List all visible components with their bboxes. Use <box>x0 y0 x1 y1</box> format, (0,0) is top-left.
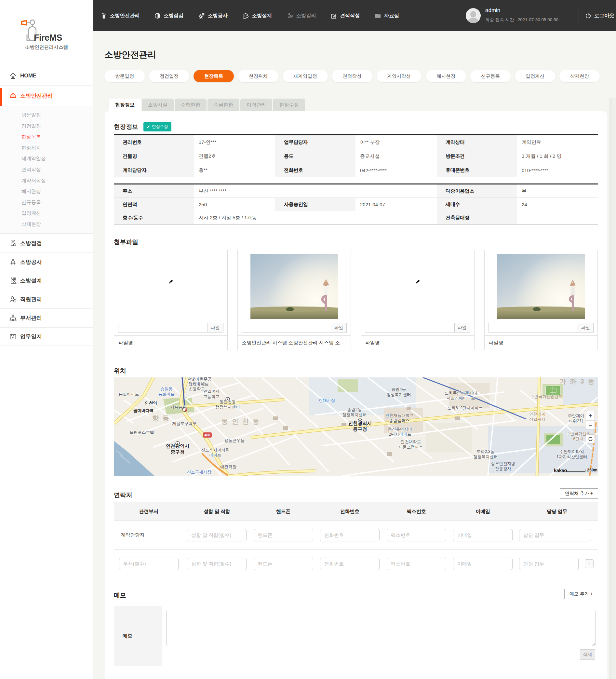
topbar-item-supervision[interactable]: 소방감리 <box>279 0 323 31</box>
pill-button[interactable]: 점검일정 <box>149 70 189 82</box>
attachment-filename: 소방안전관리 시스템 소방안전관리 시스템 소방안전관리 시스템 소방안전관리 … <box>237 335 351 350</box>
sidebar-item-design-label: 소방설계 <box>20 277 42 284</box>
memo-add-button[interactable]: 메모 추가 + <box>564 589 598 599</box>
sidebar-item-home[interactable]: HOME <box>0 66 93 85</box>
sidebar-submenu-item[interactable]: 신규등록 <box>0 197 93 208</box>
folder-icon <box>375 13 381 19</box>
sidebar-submenu-item[interactable]: 점검일정 <box>0 120 93 131</box>
info-label: 관리번호 <box>114 135 194 149</box>
info-value: 250 <box>194 198 275 211</box>
tab[interactable]: 현장수정 <box>273 99 305 111</box>
pill-button[interactable]: 현장목록 <box>194 70 234 82</box>
sidebar-submenu-item[interactable]: 삭제현장 <box>0 219 93 230</box>
map-zoom-control: + − <box>586 411 595 430</box>
fire-extinguisher-icon <box>101 12 107 19</box>
file-input[interactable] <box>365 323 455 332</box>
sidebar-item-employees[interactable]: 직원관리 <box>0 290 93 309</box>
sidebar-submenu-item[interactable]: 재계약일정 <box>0 153 93 164</box>
svg-text:400: 400 <box>205 433 210 437</box>
file-button[interactable]: 파일 <box>578 323 593 332</box>
sidebar-item-departments[interactable]: 부서관리 <box>0 309 93 327</box>
contact-phone-input[interactable] <box>320 529 380 541</box>
pill-button[interactable]: 재계약일정 <box>283 70 328 82</box>
map-label: 애관극장 <box>220 464 236 470</box>
map-refresh-button[interactable] <box>586 434 595 444</box>
sidebar-submenu-item[interactable]: 현장목록 <box>0 131 93 142</box>
location-map[interactable]: 400 동일아파트송월동 동화마을인천송월 초등학교인일여자 고등학교동인천동 … <box>114 378 598 476</box>
contact-duty-input[interactable] <box>519 529 591 541</box>
contact-name-input[interactable] <box>187 558 246 570</box>
topbar: 소방안전관리 소방점검 소방공사 <box>93 0 616 31</box>
topbar-item-construction[interactable]: 소방공사 <box>191 0 235 31</box>
resize-handle-icon[interactable] <box>592 643 595 646</box>
sidebar-item-inspection[interactable]: 소방점검 <box>0 234 93 253</box>
topbar-item-design[interactable]: 소방설계 <box>235 0 279 31</box>
sidebar-submenu-item[interactable]: 현장위치 <box>0 142 93 153</box>
sidebar-item-construction[interactable]: 소방공사 <box>0 253 93 271</box>
file-input[interactable] <box>118 323 208 332</box>
pill-button[interactable]: 현장위치 <box>238 70 278 82</box>
contact-name-input[interactable] <box>187 529 246 541</box>
pill-button[interactable]: 방문일정 <box>104 70 145 82</box>
file-button[interactable]: 파일 <box>331 323 347 332</box>
contact-mobile-input[interactable] <box>254 558 313 570</box>
tab[interactable]: 수금현황 <box>207 99 239 111</box>
tab[interactable]: 현장정보 <box>109 99 141 111</box>
file-input[interactable] <box>242 323 332 332</box>
contact-mobile-input[interactable] <box>254 529 313 541</box>
file-input[interactable] <box>488 323 578 332</box>
scrollbar-track[interactable] <box>611 98 616 679</box>
topbar-item-archive[interactable]: 자료실 <box>367 0 407 31</box>
topbar-item-inspection[interactable]: 소방점검 <box>147 0 191 31</box>
pill-button[interactable]: 삭제현장 <box>559 70 600 82</box>
pill-button[interactable]: 견적작성 <box>332 70 372 82</box>
attachment-card: 파일 파일명 <box>361 250 475 350</box>
user-last-access: 최종 접속 시간 : 2021-07-30 05:00:50 <box>485 17 558 23</box>
sidebar-item-worklog[interactable]: 업무일지 <box>0 327 93 346</box>
topbar-item-estimate[interactable]: 견적작성 <box>323 0 367 31</box>
contacts-header-row: 관련부서성함 및 직함핸드폰전화번호팩스번호이메일담당 업무 <box>114 502 598 521</box>
tab[interactable]: 소방시설 <box>142 99 174 111</box>
contact-email-input[interactable] <box>453 558 513 570</box>
site-edit-badge-button[interactable]: 현장수정 <box>143 122 171 131</box>
sidebar-submenu-item[interactable]: 계약서작성 <box>0 175 93 186</box>
info-value: 2021-04-07 <box>355 198 437 211</box>
tab[interactable]: 이력관리 <box>240 99 272 111</box>
sidebar-item-design[interactable]: 소방설계 <box>0 271 93 290</box>
contact-add-button[interactable]: 연락처 추가 + <box>560 488 598 499</box>
pencil-icon <box>147 125 150 129</box>
sidebar-submenu-item[interactable]: 일정계산 <box>0 207 93 219</box>
info-value: 건물2호 <box>194 149 275 163</box>
file-button[interactable]: 파일 <box>455 323 470 332</box>
memo-block: 메모 삭제 <box>114 606 598 666</box>
file-button[interactable]: 파일 <box>208 323 224 332</box>
contact-remove-button[interactable]: − <box>585 559 593 568</box>
map-zoom-in-button[interactable]: + <box>586 411 594 421</box>
map-label: 현대시장 <box>319 398 335 403</box>
refresh-icon <box>588 437 593 442</box>
contact-fax-input[interactable] <box>387 529 446 541</box>
logout-button[interactable]: 로그아웃 <box>585 0 614 31</box>
contact-duty-input[interactable] <box>519 558 579 570</box>
sidebar-submenu-item[interactable]: 견적작성 <box>0 164 93 175</box>
tab[interactable]: 수행현황 <box>175 99 207 111</box>
sidebar-submenu-item[interactable]: 방문일정 <box>0 109 93 120</box>
sidebar-item-employees-label: 직원관리 <box>20 295 42 303</box>
pill-button[interactable]: 일정계산 <box>515 70 555 82</box>
pill-button[interactable]: 신규등록 <box>470 70 511 82</box>
info-value: 24 <box>517 198 598 211</box>
contact-fax-input[interactable] <box>387 558 446 570</box>
topbar-item-fire-safety[interactable]: 소방안전관리 <box>93 0 147 31</box>
contact-phone-input[interactable] <box>320 558 380 570</box>
sidebar-submenu-item[interactable]: 해지현장 <box>0 186 93 197</box>
memo-delete-button[interactable]: 삭제 <box>580 649 595 660</box>
contact-dept-input[interactable] <box>119 558 178 570</box>
user-avatar[interactable] <box>466 8 481 23</box>
pill-button[interactable]: 계약서작성 <box>377 70 422 82</box>
contact-email-input[interactable] <box>453 529 513 541</box>
map-zoom-out-button[interactable]: − <box>586 421 594 430</box>
sidebar-item-fire-safety[interactable]: 소방안전관리 <box>0 85 93 106</box>
memo-textarea[interactable] <box>166 610 595 646</box>
pill-button[interactable]: 해지현장 <box>426 70 466 82</box>
map-label: 인천광역시 중구청 <box>166 443 190 455</box>
